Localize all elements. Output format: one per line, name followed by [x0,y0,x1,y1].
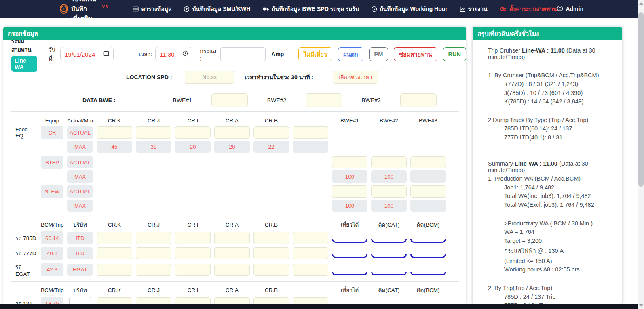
actual-button[interactable]: ACTUAL [67,126,93,139]
bcm-table-header: BCM/Trip บริษัท CR.K CR.J CR.I CR.A CR.B… [11,220,466,229]
date-input[interactable] [65,51,99,58]
scrollbar-down-arrow-icon[interactable] [639,304,643,307]
summary-line: 785D : 24 / 137 Trip [473,292,617,301]
slew-actual-bwe1-input[interactable] [332,185,367,198]
summary-line: 777D : 8 / 31 Trip [473,301,617,304]
summary-line: Total WA(Excl. job3): 1,764 / 9,482 [473,200,617,209]
scrollbar-up-arrow-icon[interactable] [639,2,643,5]
no-trip-button[interactable]: ไม่มีเที่ยว [298,47,332,61]
trip-12t-cri-input[interactable] [175,297,211,304]
trip-785d-crj-input[interactable] [136,232,171,244]
bwe1-input[interactable] [211,93,248,107]
nav-item-data-table[interactable]: ตารางข้อมูล [133,4,171,13]
cr-actual-extra-input[interactable] [293,126,328,139]
step-actual-bwe1-input[interactable] [332,156,367,168]
cr-max-extra [293,141,328,153]
bwe2-input[interactable] [306,93,342,107]
trip-egat-crb-input[interactable] [253,264,289,276]
line-badge[interactable]: Line-WA [11,56,37,72]
nav-item-working-hour[interactable]: บันทึกข้อมูล Working Hour [371,4,448,13]
step-button[interactable]: STEP [41,156,63,169]
pm-button[interactable]: PM [369,47,389,61]
clock-small-icon[interactable] [182,50,188,58]
summary-lines: Trip Cruhser Line-WA : 11.00 (Data at 30… [473,40,622,304]
cr-actual-cri-input[interactable] [175,126,211,139]
max-button[interactable]: MAX [67,141,93,153]
bcm-row-785d: รถ 785D 60.14 ITD [11,231,466,244]
trip-785d-crb-input[interactable] [253,232,289,244]
time-picker[interactable] [155,47,192,61]
company-egat: EGAT [67,264,93,276]
run-button[interactable]: RUN [443,47,466,61]
table-icon [133,6,139,12]
trip-12t-extra-input[interactable] [293,297,328,304]
cr-actual-crk-input[interactable] [97,126,132,139]
trip-egat-crk-input[interactable] [97,264,132,276]
app-brand: T โปรแกรมบันทึกเที่ยวดิน V.6 [60,0,108,23]
nav-item-reports[interactable]: รายงาน [460,4,488,13]
nav-item-bwe-spd[interactable]: บันทึกข้อมูล BWE SPD รถชุด รถรับ [263,4,359,13]
scrollbar-thumb[interactable] [638,12,644,187]
summary-line: 1. Production WA (BCM / Acc.BCM) [473,174,617,183]
trip-777d-crj-input[interactable] [136,247,171,259]
company-12t-input[interactable] [69,297,91,304]
belt-repair-button[interactable]: ซ่อมสายพาน [394,47,437,61]
trip-12t-crj-input[interactable] [136,297,171,304]
date-label: วันที่: [49,45,57,63]
nav-item-belt-settings[interactable]: ⚙⚙ ตั้งค่าระบบสายพาน [500,4,557,13]
cr-actual-cra-input[interactable] [214,126,250,139]
step-actual-bwe2-input[interactable] [371,156,407,168]
slew-button[interactable]: SLEW [41,185,63,198]
cr-button[interactable]: CR [41,126,63,139]
max-button[interactable]: MAX [67,200,93,212]
trips-made-777d [332,254,367,258]
slew-actual-bwe3-input[interactable] [410,185,446,198]
slew-max-bwe2: 100 [371,200,407,212]
trip-777d-cri-input[interactable] [175,247,211,259]
trip-777d-extra-input[interactable] [293,247,328,259]
summary-line: Trip Cruhser Line-WA : 11.00 (Data at 30… [473,46,617,61]
trip-egat-crj-input[interactable] [136,264,171,276]
bwe3-input[interactable] [400,93,437,107]
trip-egat-cra-input[interactable] [214,264,250,276]
step-max-bwe1: 100 [332,170,367,183]
trip-785d-cra-input[interactable] [214,232,250,244]
cr-max-crj: 38 [136,141,171,153]
summary-panel: สรุปเที่ยวดิน/ครึ่งชั่วโมง Trip Cruhser … [472,27,623,304]
trip-12t-crb-input[interactable] [253,297,289,304]
trip-777d-crk-input[interactable] [97,247,132,259]
bcm-row-12t: รถ 12T. 13.75 [11,297,466,304]
nav-item-smu-kwh[interactable]: บันทึกข้อมูล SMU/KWH [184,4,250,13]
calendar-icon[interactable] [103,50,109,58]
cr-actual-crj-input[interactable] [136,126,171,139]
feed-step-max-row: MAX 100 100 [11,170,466,183]
cr-max-crb: 22 [253,141,289,153]
trip-785d-extra-input[interactable] [293,232,328,244]
trip-777d-cra-input[interactable] [214,247,250,259]
rain-button[interactable]: ฝนตก [338,47,363,61]
summary-line: Working hours A8 : 02:55 hrs. [473,265,617,274]
trip-777d-crb-input[interactable] [253,247,289,259]
trip-12t-cra-input[interactable] [214,297,250,304]
select-timerange-button[interactable]: เลือกช่วงเวลา [333,71,378,84]
entry-top-row: ระบบสายพาน Line-WA วันที่: เวลา: กระแส :… [11,44,466,64]
date-picker[interactable] [60,47,114,61]
nav-admin[interactable]: Admin [557,5,583,13]
page-scrollbar[interactable] [638,0,644,309]
trip-785d-cri-input[interactable] [175,232,211,244]
chart-icon [460,6,466,12]
max-button[interactable]: MAX [67,170,93,183]
trip-egat-cri-input[interactable] [175,264,211,276]
step-actual-bwe3-input[interactable] [410,156,446,168]
actual-button[interactable]: ACTUAL [67,185,93,198]
trip-785d-crk-input[interactable] [97,232,132,244]
actual-button[interactable]: ACTUAL [67,156,93,168]
cr-actual-crb-input[interactable] [253,126,289,139]
trip-12t-crk-input[interactable] [97,297,132,304]
slew-actual-bwe2-input[interactable] [371,185,407,198]
current-input[interactable] [220,47,266,61]
time-input[interactable] [160,51,178,58]
trip-egat-extra-input[interactable] [293,264,328,276]
location-spd-input[interactable] [185,71,234,84]
step-max-bwe3 [410,170,446,183]
